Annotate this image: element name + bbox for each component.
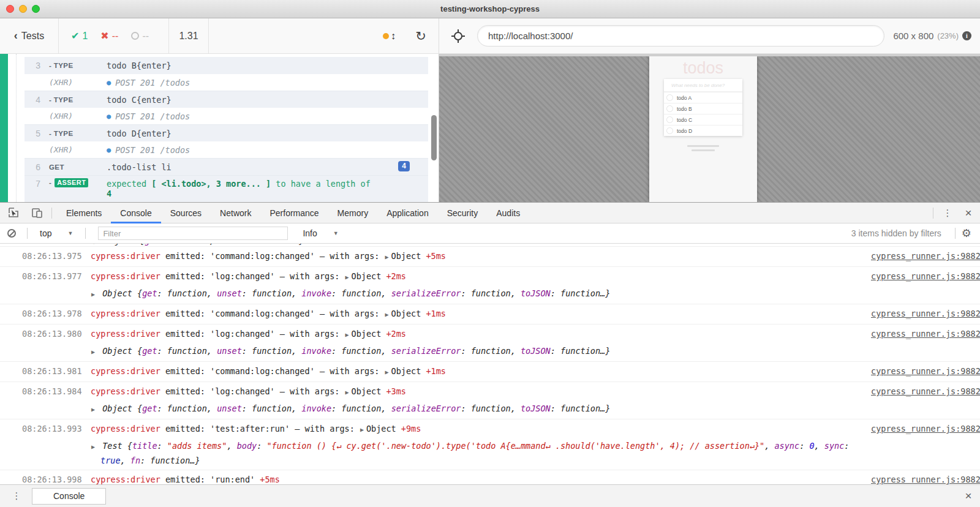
inspect-element-button[interactable] — [4, 205, 23, 221]
command-number: 3 — [24, 61, 40, 70]
todo-checkbox[interactable] — [666, 94, 673, 101]
devtools-close-button[interactable]: × — [957, 206, 980, 220]
divider — [27, 228, 28, 239]
divider — [51, 208, 52, 219]
log-message: cypress:driver emitted: 'command:log:cha… — [91, 247, 865, 266]
viewport-zoom: (23%) — [937, 31, 959, 40]
todo-checkbox[interactable] — [666, 116, 673, 123]
viewport-info-icon[interactable]: i — [962, 31, 971, 40]
command-log-scrollbar[interactable] — [431, 115, 437, 160]
log-row[interactable]: 08:26:13.980 cypress:driver emitted: 'lo… — [0, 325, 980, 362]
tab-network[interactable]: Network — [211, 203, 260, 223]
xhr-row[interactable]: (XHR) ●POST 201 /todos — [24, 74, 428, 91]
failed-x-icon: ✖ — [100, 30, 108, 42]
crosshair-icon — [451, 29, 465, 43]
drawer-tab-console[interactable]: Console — [32, 488, 106, 505]
todos-app-title: todos — [649, 59, 757, 78]
todo-card: What needs to be done? todo A todo B tod… — [664, 79, 742, 136]
todo-checkbox[interactable] — [666, 105, 673, 112]
selector-playground-button[interactable] — [439, 29, 477, 43]
todo-item[interactable]: todo C — [664, 114, 742, 125]
log-row[interactable]: 08:26:13.984 cypress:driver emitted: 'lo… — [0, 382, 980, 419]
context-select[interactable]: top ▼ — [32, 228, 80, 238]
tab-security[interactable]: Security — [438, 203, 488, 223]
todo-item[interactable]: todo A — [664, 92, 742, 103]
command-row[interactable]: 3 - TYPE todo B{enter} — [24, 57, 428, 74]
passed-check-icon: ✔ — [71, 30, 79, 42]
xhr-row[interactable]: (XHR) ●POST 201 /todos — [24, 141, 428, 158]
restart-tests-button[interactable]: ↻ — [403, 18, 439, 53]
new-todo-input[interactable]: What needs to be done? — [664, 79, 742, 92]
drawer-statusbar: ⋮ Console × — [0, 484, 980, 507]
source-link[interactable]: cypress_runner.js:9882 — [871, 382, 980, 400]
minimize-window-button[interactable] — [19, 5, 27, 13]
divider — [933, 208, 933, 219]
object-preview[interactable]: ▶ Object {get: function, unset: function… — [91, 344, 865, 361]
chevron-down-icon: ▼ — [67, 230, 73, 236]
device-toolbar-button[interactable] — [27, 205, 47, 221]
log-row[interactable]: 08:26:13.978 cypress:driver emitted: 'co… — [0, 304, 980, 325]
command-row[interactable]: 5 - TYPE todo D{enter} — [24, 124, 428, 141]
zoom-window-button[interactable] — [32, 5, 40, 13]
xhr-method: (XHR) — [49, 78, 107, 87]
object-preview[interactable]: ▶ Object {get: function, unset: function… — [91, 402, 865, 419]
source-link[interactable]: cypress_runner.js:9882 — [871, 419, 980, 438]
console-filter-input[interactable] — [98, 227, 288, 240]
log-row[interactable]: 08:26:13.977 cypress:driver emitted: 'lo… — [0, 267, 980, 304]
tab-elements[interactable]: Elements — [57, 203, 111, 223]
url-bar[interactable]: http://localhost:3000/ — [477, 25, 884, 47]
assert-message: expected [ <li.todo>, 3 more... ] to hav… — [107, 179, 371, 198]
app-preview-pane: todos What needs to be done? todo A todo… — [439, 54, 980, 202]
close-window-button[interactable] — [6, 5, 14, 13]
test-object-preview[interactable]: ▶ Test {title: "adds items", body: "func… — [91, 439, 865, 470]
updown-arrow-icon: ↕ — [391, 31, 396, 42]
devtools-menu-button[interactable]: ⋮ — [938, 208, 957, 219]
xhr-dot-icon: ● — [107, 146, 111, 154]
source-link[interactable]: cypress_runner.js:9882 — [871, 267, 980, 285]
command-row[interactable]: 4 - TYPE todo C{enter} — [24, 91, 428, 108]
window-title: testing-workshop-cypress — [0, 4, 980, 13]
auto-scroll-toggle[interactable]: ↕ — [375, 18, 403, 53]
todo-item[interactable]: todo D — [664, 125, 742, 136]
back-to-tests-button[interactable]: ‹ Tests — [0, 18, 59, 53]
pending-count: -- — [142, 31, 149, 42]
tab-performance[interactable]: Performance — [260, 203, 328, 223]
xhr-dot-icon: ● — [107, 112, 111, 121]
tab-sources[interactable]: Sources — [161, 203, 211, 223]
console-log: ▶ Object {get: function, unset: function… — [0, 244, 980, 484]
command-message: .todo-list li — [107, 162, 172, 172]
command-method: - TYPE — [49, 130, 107, 137]
hidden-items-note: 3 items hidden by filters — [851, 228, 941, 238]
log-level-select[interactable]: Info ▼ — [295, 228, 345, 238]
todo-checkbox[interactable] — [666, 127, 673, 134]
source-link[interactable]: cypress_runner.js:9882 — [871, 325, 980, 343]
xhr-dot-icon: ● — [107, 78, 111, 87]
log-row[interactable]: 08:26:13.993 cypress:driver emitted: 'te… — [0, 419, 980, 470]
source-link[interactable]: cypress_runner.js:9882 — [871, 304, 980, 323]
source-link[interactable]: cypress_runner.js:9882 — [871, 470, 980, 484]
todo-item[interactable]: todo B — [664, 103, 742, 114]
source-link[interactable]: cypress_runner.js:9882 — [871, 247, 980, 265]
drawer-menu-button[interactable]: ⋮ — [7, 490, 26, 501]
pending-circle-icon — [131, 32, 139, 40]
passed-count: 1 — [82, 31, 88, 42]
object-preview[interactable]: ▶ Object {get: function, unset: function… — [91, 287, 865, 304]
tab-console[interactable]: Console — [111, 203, 160, 223]
xhr-row[interactable]: (XHR) ●POST 201 /todos — [24, 108, 428, 124]
source-link[interactable]: cypress_runner.js:9882 — [871, 362, 980, 380]
command-row-get[interactable]: 6 GET .todo-list li 4 — [24, 158, 428, 175]
log-message: cypress:driver emitted: 'log:changed' – … — [91, 325, 865, 344]
tab-application[interactable]: Application — [377, 203, 438, 223]
tab-audits[interactable]: Audits — [487, 203, 529, 223]
log-row[interactable]: 08:26:13.998 cypress:driver emitted: 'ru… — [0, 470, 980, 484]
log-timestamp: 08:26:13.984 — [22, 382, 91, 400]
assert-row[interactable]: 7 -ASSERT expected [ <li.todo>, 3 more..… — [24, 175, 428, 202]
drawer-close-button[interactable]: × — [957, 489, 980, 503]
log-timestamp: 08:26:13.993 — [22, 419, 91, 438]
clear-console-icon[interactable] — [7, 229, 16, 238]
log-row[interactable]: 08:26:13.975 cypress:driver emitted: 'co… — [0, 247, 980, 267]
tab-memory[interactable]: Memory — [328, 203, 378, 223]
log-row[interactable]: 08:26:13.981 cypress:driver emitted: 'co… — [0, 362, 980, 382]
command-number: 6 — [24, 162, 40, 172]
console-settings-gear-icon[interactable]: ⚙ — [962, 227, 971, 240]
